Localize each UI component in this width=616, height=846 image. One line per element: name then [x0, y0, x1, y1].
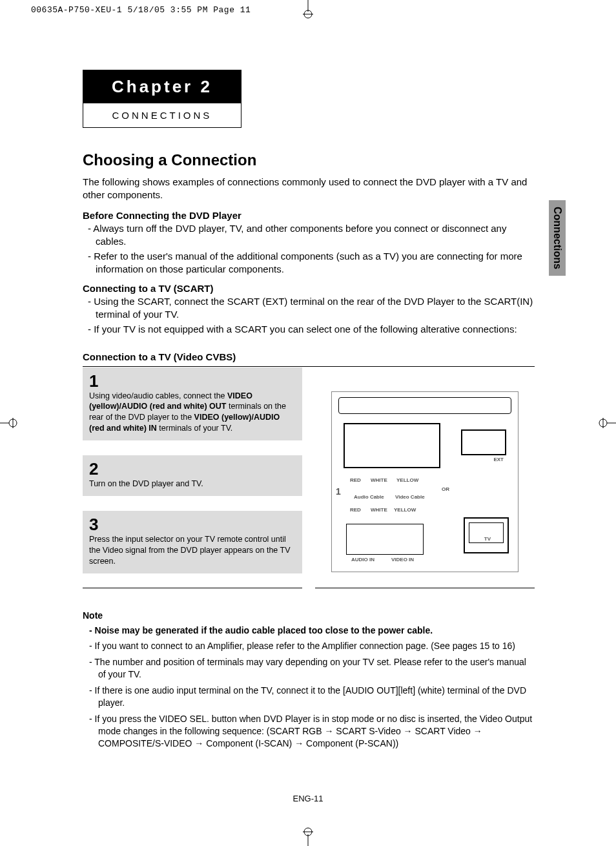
step-number: 1 — [89, 373, 296, 389]
step-text: Using video/audio cables, connect the VI… — [89, 391, 296, 435]
diagram-step-marker: 1 — [336, 486, 341, 497]
diagram-label-or: OR — [442, 486, 449, 492]
page-footer: ENG-11 — [0, 794, 616, 803]
crop-mark-top-icon — [295, 0, 321, 19]
diagram-icon: EXT RED WHITE YELLOW OR 1 Audio Cable Vi… — [331, 391, 518, 572]
cvbs-heading: Connection to a TV (Video CVBS) — [83, 351, 535, 362]
list-item: If you want to connect to an Amplifier, … — [83, 640, 535, 652]
diagram-label-audio-in: AUDIO IN — [351, 557, 375, 562]
diagram-label-tv: TV — [484, 536, 491, 542]
before-heading: Before Connecting the DVD Player — [83, 210, 535, 221]
step-number: 2 — [89, 460, 296, 477]
intro-text: The following shows examples of connecti… — [83, 176, 535, 201]
chapter-label: Chapter 2 — [83, 70, 241, 103]
crop-mark-left-icon — [0, 410, 19, 436]
scart-list: Using the SCART, connect the SCART (EXT)… — [83, 295, 535, 336]
diagram-label-video-in: VIDEO IN — [391, 557, 414, 562]
step-2: 2 Turn on the DVD player and TV. — [83, 455, 302, 496]
list-item: The number and position of terminals may… — [83, 656, 535, 681]
step-text: Turn on the DVD player and TV. — [89, 479, 296, 490]
scart-heading: Connecting to a TV (SCART) — [83, 283, 535, 294]
side-tab-connections: Connections — [549, 200, 566, 276]
list-item: If there is one audio input terminal on … — [83, 685, 535, 709]
list-item: Refer to the user's manual of the additi… — [83, 250, 535, 275]
step-number: 3 — [89, 516, 296, 533]
steps-area: 1 Using video/audio cables, connect the … — [83, 366, 535, 588]
steps-column: 1 Using video/audio cables, connect the … — [83, 367, 302, 588]
chapter-subtitle: CONNECTIONS — [83, 103, 241, 127]
list-item: Noise may be generated if the audio cabl… — [83, 624, 535, 637]
page-content: Chapter 2 CONNECTIONS Choosing a Connect… — [83, 70, 535, 754]
chapter-header: Chapter 2 CONNECTIONS — [83, 70, 241, 128]
diagram-label-red2: RED — [350, 507, 361, 513]
crop-mark-bottom-icon — [295, 827, 321, 846]
list-item: Always turn off the DVD player, TV, and … — [83, 222, 535, 247]
diagram-label-red: RED — [350, 477, 361, 483]
before-list: Always turn off the DVD player, TV, and … — [83, 222, 535, 275]
print-job-header: 00635A-P750-XEU-1 5/18/05 3:55 PM Page 1… — [31, 5, 251, 15]
step-1: 1 Using video/audio cables, connect the … — [83, 367, 302, 441]
list-item: Using the SCART, connect the SCART (EXT)… — [83, 295, 535, 320]
note-heading: Note — [83, 610, 535, 621]
page-title: Choosing a Connection — [83, 151, 535, 169]
list-item: If you press the VIDEO SEL. button when … — [83, 713, 535, 750]
step-3: 3 Press the input selector on your TV re… — [83, 510, 302, 573]
diagram-label-audio-cable: Audio Cable — [354, 494, 384, 500]
diagram-label-video-cable: Video Cable — [395, 494, 425, 500]
connection-diagram: EXT RED WHITE YELLOW OR 1 Audio Cable Vi… — [315, 367, 535, 588]
diagram-label-white2: WHITE — [371, 507, 387, 513]
list-item: If your TV is not equipped with a SCART … — [83, 323, 535, 336]
note-list: Noise may be generated if the audio cabl… — [83, 624, 535, 750]
step-text: Press the input selector on your TV remo… — [89, 534, 296, 567]
diagram-label-ext: EXT — [493, 457, 504, 462]
diagram-label-yellow2: YELLOW — [394, 507, 416, 513]
diagram-label-white: WHITE — [371, 477, 387, 483]
diagram-label-yellow: YELLOW — [396, 477, 418, 483]
crop-mark-right-icon — [597, 410, 616, 436]
